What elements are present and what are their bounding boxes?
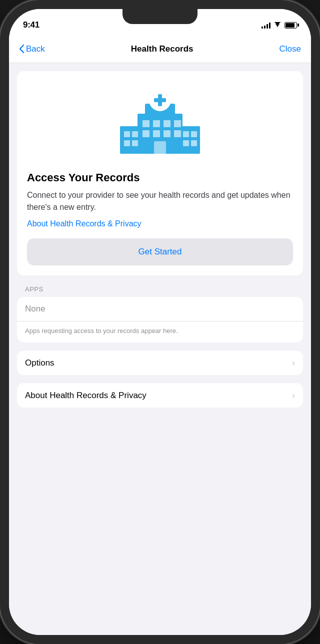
- notch: [122, 9, 198, 24]
- apps-section-label: APPS: [9, 275, 311, 297]
- hospital-illustration: [27, 81, 293, 161]
- svg-rect-9: [164, 120, 170, 127]
- bottom-privacy-card: About Health Records & Privacy ›: [17, 383, 303, 408]
- svg-rect-17: [132, 131, 138, 137]
- svg-rect-23: [191, 140, 197, 146]
- svg-rect-13: [164, 130, 170, 137]
- svg-rect-18: [124, 140, 130, 146]
- back-chevron-icon: [19, 45, 24, 53]
- wifi-icon: [274, 22, 282, 28]
- svg-rect-8: [153, 120, 160, 127]
- screen: 9:41 B: [9, 9, 311, 635]
- close-button[interactable]: Close: [280, 44, 301, 54]
- svg-rect-7: [142, 120, 150, 127]
- get-started-button[interactable]: Get Started: [27, 238, 293, 265]
- options-label: Options: [25, 358, 54, 368]
- status-icons: [262, 22, 297, 29]
- options-card: Options ›: [17, 351, 303, 375]
- bottom-privacy-label: About Health Records & Privacy: [25, 391, 146, 401]
- svg-rect-12: [153, 130, 160, 137]
- svg-rect-14: [174, 130, 181, 137]
- apps-card: None Apps requesting access to your reco…: [17, 297, 303, 343]
- svg-rect-1: [120, 126, 139, 154]
- back-button[interactable]: Back: [19, 44, 45, 54]
- main-content: Access Your Records Connect to your prov…: [9, 63, 311, 635]
- main-card: Access Your Records Connect to your prov…: [17, 71, 303, 275]
- bottom-privacy-chevron-icon: ›: [292, 390, 295, 401]
- status-time: 9:41: [23, 20, 40, 30]
- nav-title: Health Records: [131, 44, 194, 54]
- card-description: Connect to your provider to see your hea…: [27, 189, 293, 213]
- svg-rect-21: [191, 131, 197, 137]
- svg-rect-11: [142, 130, 150, 137]
- svg-rect-2: [181, 126, 200, 154]
- svg-rect-22: [183, 140, 189, 146]
- apps-description: Apps requesting access to your records a…: [17, 321, 303, 343]
- svg-rect-16: [124, 131, 130, 137]
- svg-rect-20: [183, 131, 189, 137]
- svg-rect-15: [154, 141, 166, 154]
- phone-frame: 9:41 B: [0, 0, 320, 644]
- options-row[interactable]: Options ›: [17, 351, 303, 375]
- bottom-privacy-row[interactable]: About Health Records & Privacy ›: [17, 383, 303, 408]
- privacy-link[interactable]: About Health Records & Privacy: [27, 219, 293, 228]
- svg-rect-10: [174, 120, 181, 127]
- apps-none-label: None: [17, 297, 303, 321]
- card-heading: Access Your Records: [27, 171, 293, 184]
- back-label: Back: [26, 44, 45, 54]
- svg-rect-19: [132, 140, 138, 146]
- svg-rect-6: [158, 94, 162, 106]
- battery-icon: [284, 22, 297, 29]
- options-chevron-icon: ›: [292, 358, 295, 368]
- signal-bars-icon: [262, 22, 270, 29]
- nav-bar: Back Health Records Close: [9, 35, 311, 63]
